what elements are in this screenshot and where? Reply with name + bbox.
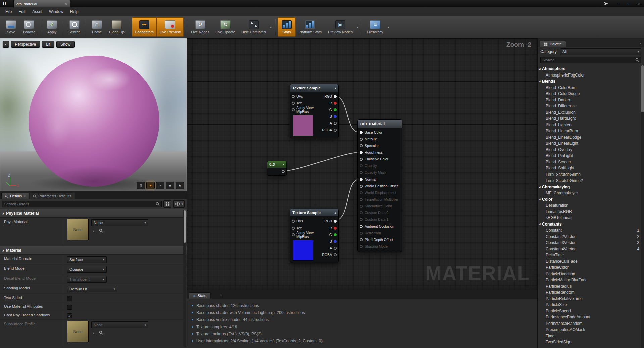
node-header[interactable]: orb_material bbox=[358, 120, 402, 128]
node-output-pin-row[interactable]: G bbox=[320, 106, 338, 113]
maximize-button[interactable]: □ bbox=[624, 0, 634, 7]
chevron-down-icon[interactable]: ▾ bbox=[356, 17, 360, 37]
send-feedback-icon[interactable] bbox=[604, 1, 614, 6]
output-pin-icon[interactable] bbox=[334, 102, 337, 105]
preview-curve-button[interactable]: ~ bbox=[156, 182, 164, 189]
material-graph[interactable]: Zoom -2 MATERIAL Texture Sample ▴ bbox=[187, 38, 537, 290]
palette-item[interactable]: Blends bbox=[538, 78, 644, 85]
palette-item[interactable]: Constant4Vector 4 bbox=[538, 246, 644, 252]
material-pin-row[interactable]: Subsurface Color bbox=[358, 203, 402, 209]
node-input-pin-row[interactable]: Tex bbox=[290, 100, 320, 106]
close-icon[interactable]: × bbox=[23, 194, 26, 198]
texture-sample-node-2[interactable]: Texture Sample ▴ UVs bbox=[290, 209, 339, 263]
input-pin-icon[interactable] bbox=[360, 178, 363, 181]
chevron-down-icon[interactable]: ▾ bbox=[269, 17, 273, 37]
input-pin-icon[interactable] bbox=[360, 245, 363, 248]
palette-item[interactable]: Atmosphere bbox=[538, 66, 644, 72]
material-domain-dropdown[interactable]: Surface ▾ bbox=[67, 256, 107, 263]
node-input-pin-row[interactable]: Apply View MipBias bbox=[290, 231, 320, 238]
output-pin-icon[interactable] bbox=[282, 170, 285, 173]
close-icon[interactable]: × bbox=[639, 41, 641, 47]
file-menu[interactable]: File bbox=[2, 8, 15, 15]
palette-item[interactable]: Blend_Exclusion bbox=[538, 109, 644, 116]
node-output-pin-row[interactable]: R bbox=[320, 100, 338, 106]
material-pin-row[interactable]: Custom Data 0 bbox=[358, 209, 402, 216]
preview-cylinder-button[interactable]: ▯ bbox=[137, 182, 145, 189]
input-pin-icon[interactable] bbox=[360, 225, 363, 228]
palette-item[interactable]: Blend_SoftLight bbox=[538, 165, 644, 171]
details-scrollbar[interactable] bbox=[183, 210, 186, 347]
palette-item[interactable]: ParticleRadius bbox=[538, 283, 644, 290]
node-output-pin-row[interactable]: B bbox=[320, 238, 338, 245]
scrollbar-thumb[interactable] bbox=[184, 210, 186, 243]
palette-item[interactable]: AtmosphericFogColor bbox=[538, 72, 644, 79]
palette-item[interactable]: TwoSidedSign bbox=[538, 339, 644, 345]
output-pin-icon[interactable] bbox=[334, 240, 337, 243]
phys-material-thumbnail[interactable]: None bbox=[67, 219, 89, 240]
section-physical-material[interactable]: ◢ Physical Material bbox=[0, 209, 187, 218]
material-pin-row[interactable]: Base Color bbox=[358, 129, 402, 136]
details-search-input[interactable] bbox=[4, 202, 156, 206]
output-pin-icon[interactable] bbox=[334, 233, 337, 236]
preview-cube-button[interactable]: ■ bbox=[166, 182, 174, 189]
input-pin-icon[interactable] bbox=[360, 198, 363, 201]
palette-item[interactable]: Constants bbox=[538, 221, 644, 228]
input-pin-icon[interactable] bbox=[360, 164, 363, 167]
input-pin-icon[interactable] bbox=[292, 220, 295, 223]
palette-item[interactable]: DeltaTime bbox=[538, 252, 644, 258]
input-pin-icon[interactable] bbox=[360, 191, 363, 194]
output-pin-icon[interactable] bbox=[334, 220, 337, 223]
node-output-pin-row[interactable]: RGBA bbox=[320, 127, 338, 133]
input-pin-icon[interactable] bbox=[360, 171, 363, 174]
palette-item[interactable]: Desaturation bbox=[538, 202, 644, 209]
palette-item[interactable]: ParticleDirection bbox=[538, 271, 644, 277]
clean-up-button[interactable]: Clean Up bbox=[106, 17, 128, 37]
palette-item[interactable]: PrecomputedAOMask bbox=[538, 327, 644, 333]
input-pin-icon[interactable] bbox=[360, 144, 363, 147]
hierarchy-button[interactable]: Hierarchy bbox=[364, 17, 386, 37]
node-input-pin-row[interactable]: UVs bbox=[290, 93, 320, 100]
input-pin-icon[interactable] bbox=[292, 108, 295, 111]
palette-search-input[interactable] bbox=[542, 58, 635, 62]
node-output-pin-row[interactable]: B bbox=[320, 113, 338, 120]
input-pin-icon[interactable] bbox=[292, 95, 295, 98]
blend-mode-dropdown[interactable]: Opaque ▾ bbox=[67, 266, 107, 273]
input-pin-icon[interactable] bbox=[360, 232, 363, 235]
chevron-down-icon[interactable]: ▾ bbox=[386, 17, 391, 37]
tab-palette[interactable]: Palette bbox=[540, 41, 566, 47]
node-output-pin-row[interactable]: RGB bbox=[320, 218, 338, 225]
preview-sphere-button[interactable]: ● bbox=[146, 182, 155, 189]
material-pin-row[interactable]: Refraction bbox=[358, 230, 402, 236]
palette-item[interactable]: Color bbox=[538, 196, 644, 203]
output-pin-icon[interactable] bbox=[334, 108, 337, 111]
palette-item[interactable]: Blend_Screen bbox=[538, 159, 644, 165]
hide-unrelated-button[interactable]: Hide Unrelated bbox=[238, 17, 269, 37]
help-menu[interactable]: Help bbox=[67, 8, 82, 15]
browse-to-asset-button[interactable] bbox=[99, 331, 103, 335]
material-pin-row[interactable]: Metallic bbox=[358, 136, 402, 142]
palette-item[interactable]: sRGBToLinear bbox=[538, 215, 644, 221]
tab-parameter-defaults[interactable]: Parameter Defaults bbox=[30, 193, 75, 199]
collapse-arrow-icon[interactable]: ▴ bbox=[335, 211, 336, 214]
material-result-node[interactable]: orb_material Base Color Metallic bbox=[357, 119, 402, 252]
property-matrix-button[interactable] bbox=[163, 200, 171, 208]
tab-close-icon[interactable]: × bbox=[65, 2, 67, 6]
platform-stats-button[interactable]: Platform Stats bbox=[296, 17, 325, 37]
palette-item[interactable]: ParticleRelativeTime bbox=[538, 296, 644, 302]
show-button[interactable]: Show bbox=[56, 41, 75, 48]
input-pin-icon[interactable] bbox=[292, 102, 295, 105]
palette-item[interactable]: Blend_ColorBurn bbox=[538, 85, 644, 91]
input-pin-icon[interactable] bbox=[360, 138, 363, 141]
palette-item[interactable]: DistanceCullFade bbox=[538, 258, 644, 265]
phys-material-dropdown[interactable]: None ▾ bbox=[91, 219, 148, 226]
home-button[interactable]: Home bbox=[88, 17, 106, 37]
live-update-button[interactable]: Live Update bbox=[212, 17, 238, 37]
node-output-pin-row[interactable]: R bbox=[320, 225, 338, 231]
palette-item[interactable]: Constant 1 bbox=[538, 227, 644, 234]
node-output-pin-row[interactable]: RGBA bbox=[320, 251, 338, 258]
shading-model-dropdown[interactable]: Default Lit ▾ bbox=[67, 286, 117, 292]
material-pin-row[interactable]: Ambient Occlusion bbox=[358, 223, 402, 230]
use-material-attributes-checkbox[interactable]: ✓ bbox=[67, 305, 72, 310]
category-dropdown[interactable]: All ▾ bbox=[560, 48, 641, 55]
node-input-pin-row[interactable]: UVs bbox=[290, 218, 320, 225]
